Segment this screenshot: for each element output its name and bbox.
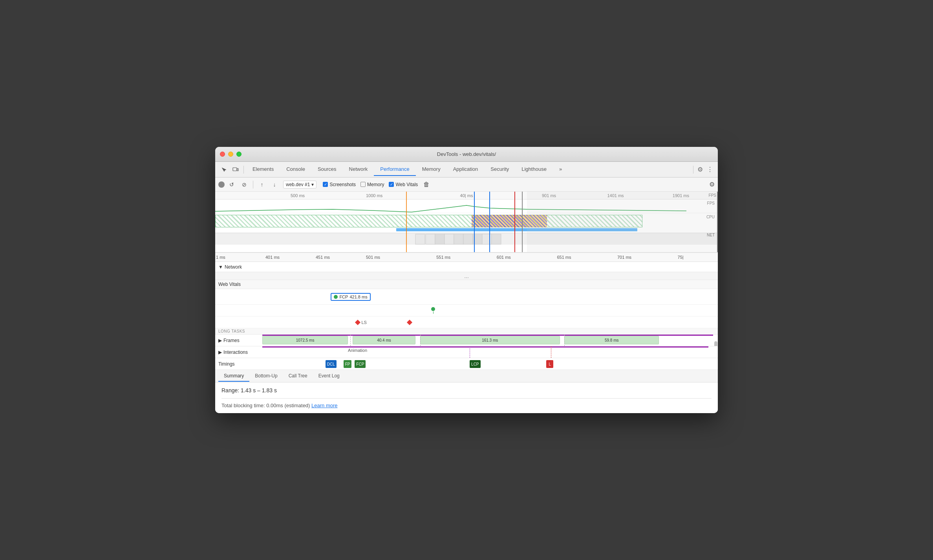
more-tabs-button[interactable]: » bbox=[553, 163, 568, 176]
memory-checkbox[interactable]: Memory bbox=[360, 182, 384, 187]
green-dot-icon bbox=[431, 307, 435, 311]
memory-checkbox-box[interactable] bbox=[360, 182, 366, 187]
frames-track: 1072.5 ms 40.4 ms 161.3 ms 59.8 ms bbox=[262, 335, 713, 346]
tab-elements[interactable]: Elements bbox=[246, 163, 280, 176]
tab-calltree[interactable]: Call Tree bbox=[283, 371, 313, 382]
l-badge: L bbox=[546, 360, 553, 368]
traffic-lights bbox=[220, 152, 241, 157]
maximize-button[interactable] bbox=[236, 152, 241, 157]
cursor-icon[interactable] bbox=[218, 164, 229, 175]
reload-button[interactable]: ↺ bbox=[226, 179, 237, 190]
timeline-overview: 500 ms 1000 ms 40| ms 901 ms 1401 ms 190… bbox=[215, 192, 718, 253]
separator-summary bbox=[221, 398, 712, 399]
long-tasks-header: LONG TASKS bbox=[215, 328, 718, 335]
settings-gear-icon[interactable]: ⚙ bbox=[696, 164, 704, 175]
screenshots-label: Screenshots bbox=[329, 182, 356, 187]
ls-diamond-2 bbox=[407, 319, 412, 325]
green-dot-row bbox=[215, 305, 718, 317]
window-title: DevTools - web.dev/vitals/ bbox=[437, 151, 496, 157]
interactions-red-dashed bbox=[551, 346, 551, 358]
interactions-row: ▶ Interactions Animation bbox=[215, 346, 718, 358]
tab-summary[interactable]: Summary bbox=[218, 371, 249, 382]
webvitals-checkbox[interactable]: ✓ Web Vitals bbox=[389, 182, 418, 187]
fcp-label: FCP bbox=[339, 295, 348, 299]
dashed-line-1 bbox=[350, 335, 351, 346]
fcp-dot bbox=[334, 295, 338, 299]
tab-sources[interactable]: Sources bbox=[311, 163, 343, 176]
marker-orange bbox=[406, 192, 407, 252]
chevron-down-icon: ▾ bbox=[311, 182, 314, 187]
selection-left-edge bbox=[522, 192, 523, 252]
marker-blue-2 bbox=[489, 192, 490, 252]
frame-block-3: 161.3 ms bbox=[420, 336, 560, 344]
main-toolbar: Elements Console Sources Network Perform… bbox=[215, 162, 718, 178]
learn-more-link[interactable]: Learn more bbox=[311, 403, 337, 408]
lcp-badge: LCP bbox=[470, 360, 480, 368]
svg-rect-1 bbox=[237, 168, 238, 171]
network-section[interactable]: ▼ Network bbox=[215, 262, 718, 272]
session-label: web.dev #1 bbox=[286, 182, 310, 187]
tab-network[interactable]: Network bbox=[343, 163, 374, 176]
marker-blue-1 bbox=[474, 192, 475, 252]
tab-memory[interactable]: Memory bbox=[416, 163, 447, 176]
interactions-label[interactable]: ▶ Interactions bbox=[215, 350, 262, 355]
tab-lighthouse[interactable]: Lighthouse bbox=[515, 163, 553, 176]
minimize-button[interactable] bbox=[228, 152, 233, 157]
web-vitals-header: Web Vitals bbox=[215, 280, 718, 289]
frame-block-2: 40.4 ms bbox=[353, 336, 416, 344]
download-button[interactable]: ↓ bbox=[269, 179, 280, 190]
fp-badge: FP bbox=[344, 360, 352, 368]
fcp-timing-badge: FCP bbox=[355, 360, 366, 368]
timings-track: DCL FP FCP LCP L bbox=[262, 358, 713, 370]
device-toggle-icon[interactable] bbox=[230, 164, 241, 175]
vitals-rows: FCP 421.8 ms LS bbox=[215, 289, 718, 328]
ls-label: LS bbox=[356, 320, 411, 325]
ls-diamond-1 bbox=[355, 319, 360, 325]
timings-label: Timings bbox=[215, 361, 262, 367]
tab-eventlog[interactable]: Event Log bbox=[313, 371, 345, 382]
interactions-toggle-icon: ▶ bbox=[218, 350, 222, 355]
session-selector[interactable]: web.dev #1 ▾ bbox=[283, 181, 316, 188]
titlebar: DevTools - web.dev/vitals/ bbox=[215, 147, 718, 162]
webvitals-checkbox-box[interactable]: ✓ bbox=[389, 182, 394, 187]
network-label: Network bbox=[225, 264, 242, 270]
interactions-track: Animation bbox=[262, 346, 713, 358]
fcp-badge[interactable]: FCP 421.8 ms bbox=[331, 293, 370, 301]
clear-button[interactable]: 🗑 bbox=[421, 179, 432, 190]
bottom-tabs: Summary Bottom-Up Call Tree Event Log bbox=[215, 370, 718, 382]
close-button[interactable] bbox=[220, 152, 225, 157]
timings-row: Timings DCL FP FCP LCP L bbox=[215, 358, 718, 370]
range-display: Range: 1.43 s – 1.83 s bbox=[221, 387, 712, 393]
stop-button[interactable]: ⊘ bbox=[239, 179, 250, 190]
more-options-icon[interactable]: ⋮ bbox=[705, 164, 715, 175]
tab-performance[interactable]: Performance bbox=[374, 163, 415, 176]
screenshots-checkbox-box[interactable]: ✓ bbox=[323, 182, 328, 187]
tab-bottomup[interactable]: Bottom-Up bbox=[249, 371, 283, 382]
more-dots-row: ... bbox=[215, 272, 718, 280]
tab-console[interactable]: Console bbox=[280, 163, 311, 176]
nav-tabs: Elements Console Sources Network Perform… bbox=[246, 163, 691, 176]
timeline-ruler-bottom: 1 ms 401 ms 451 ms 501 ms 551 ms 601 ms … bbox=[215, 253, 718, 262]
record-button[interactable] bbox=[218, 181, 225, 188]
capture-settings-icon[interactable]: ⚙ bbox=[709, 181, 715, 188]
frames-label[interactable]: ▶ Frames bbox=[215, 338, 262, 343]
svg-rect-9 bbox=[482, 234, 492, 244]
upload-button[interactable]: ↑ bbox=[256, 179, 267, 190]
marker-red bbox=[514, 192, 515, 252]
svg-rect-0 bbox=[233, 168, 237, 171]
svg-rect-3 bbox=[426, 234, 435, 244]
fcp-value: 421.8 ms bbox=[349, 295, 367, 299]
svg-rect-7 bbox=[463, 234, 473, 244]
svg-rect-2 bbox=[415, 234, 425, 244]
screenshots-checkbox[interactable]: ✓ Screenshots bbox=[323, 182, 356, 187]
frames-toggle-icon: ▶ bbox=[218, 338, 222, 343]
dcl-badge: DCL bbox=[326, 360, 337, 368]
scrollbar-thumb[interactable] bbox=[714, 341, 717, 347]
tab-application[interactable]: Application bbox=[447, 163, 485, 176]
tab-security[interactable]: Security bbox=[484, 163, 515, 176]
performance-toolbar: ↺ ⊘ ↑ ↓ web.dev #1 ▾ ✓ Screenshots Memor… bbox=[215, 178, 718, 192]
memory-label: Memory bbox=[367, 182, 384, 187]
separator-2 bbox=[693, 166, 693, 174]
svg-rect-6 bbox=[454, 234, 463, 244]
network-toggle-icon: ▼ bbox=[218, 264, 223, 270]
